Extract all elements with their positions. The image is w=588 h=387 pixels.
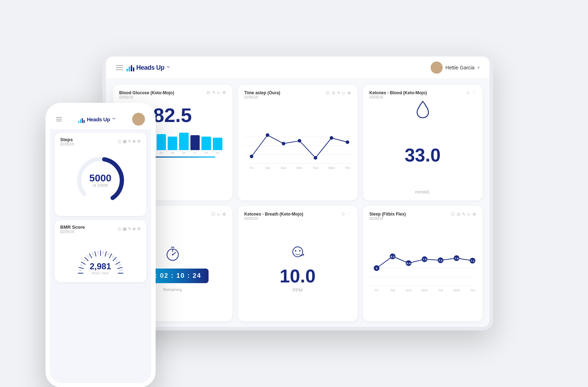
svg-text:18: 18 xyxy=(329,133,333,137)
svg-line-71 xyxy=(105,251,106,256)
tablet-header: Heads Up ™ Hettie Garcia ▾ xyxy=(106,57,490,79)
user-menu[interactable]: Hettie Garcia ▾ xyxy=(431,62,480,74)
steps-circle-text: 5000 of 10000 xyxy=(89,173,111,187)
sleep-title: Sleep (Fitbix Flex) xyxy=(369,212,406,217)
play-icon[interactable]: ▷ xyxy=(217,212,220,217)
svg-line-66 xyxy=(81,262,85,265)
sleep-svg: 5 8.3 6.4 7.5 7.2 7.8 7.1 Fri Sat Sun Mo… xyxy=(369,224,476,316)
svg-line-88 xyxy=(119,270,123,270)
app-trademark: ™ xyxy=(167,66,170,69)
phone-bmr-card: BMR Score 02/05/19 ⓘ ▦ ✎ ⊕ ⚙ xyxy=(55,220,146,282)
card-icons: ⓘ ▷ ⚙ xyxy=(211,212,226,217)
bmr-unit: KCAL / DAY xyxy=(90,271,111,275)
bar-item: 06 xyxy=(179,129,189,154)
svg-text:6.4: 6.4 xyxy=(406,261,411,265)
card-header: Ketones - Blood (Keto-Mojo) 02/05/19 ▷ ⋮ xyxy=(369,90,476,99)
tablet-header-left: Heads Up ™ xyxy=(116,64,170,71)
ketones-breath-title: Ketones - Breath (Keto-Mojo) xyxy=(244,212,303,217)
play-icon[interactable]: ▷ xyxy=(342,91,345,95)
bar-label: 04 xyxy=(160,151,163,154)
image-icon[interactable]: ⊡ xyxy=(332,91,335,95)
edit-icon[interactable]: ✎ xyxy=(128,139,131,144)
blood-glucose-value: 82.5 xyxy=(153,104,192,127)
svg-line-77 xyxy=(78,270,81,270)
add-icon[interactable]: ⊕ xyxy=(133,227,136,232)
info-icon[interactable]: ⓘ xyxy=(326,90,330,96)
edit-icon[interactable]: ✎ xyxy=(128,227,131,232)
svg-line-86 xyxy=(115,259,118,261)
logo-bars-icon xyxy=(126,64,134,71)
hamburger-icon[interactable] xyxy=(116,65,123,70)
card-header: Sleep (Fitbix Flex) 02/05/19 ⓘ ⊡ ✎ ▷ ⚙ xyxy=(369,212,476,221)
drop-icon xyxy=(416,101,430,121)
card-icons: ⊡ ✎ ▷ ⚙ xyxy=(207,90,226,95)
svg-line-84 xyxy=(108,253,109,255)
more-icon[interactable]: ⋮ xyxy=(472,90,476,95)
blood-glucose-title: Blood Glucose (Keto-Mojo) xyxy=(119,90,174,95)
play-icon[interactable]: ▷ xyxy=(342,212,345,216)
svg-text:8.3: 8.3 xyxy=(390,255,395,258)
app-name: Heads Up xyxy=(136,64,164,71)
sleep-date: 02/05/19 xyxy=(369,217,406,221)
svg-line-67 xyxy=(85,257,88,261)
settings-icon[interactable]: ⚙ xyxy=(137,139,141,144)
card-title-block: Ketones - Blood (Keto-Mojo) 02/05/19 xyxy=(369,90,427,99)
edit-icon[interactable]: ✎ xyxy=(462,212,465,217)
card-header: Blood Glucose (Keto-Mojo) 02/05/19 ⊡ ✎ ▷… xyxy=(119,90,226,99)
svg-line-81 xyxy=(92,253,93,255)
chart-icon[interactable]: ▦ xyxy=(123,139,126,144)
svg-text:4: 4 xyxy=(314,153,316,157)
phone-avatar xyxy=(132,113,145,126)
settings-icon[interactable]: ⚙ xyxy=(347,91,351,95)
card-icons: ▷ ⋮ xyxy=(467,90,476,95)
card-icons: ⓘ ⊡ ✎ ▷ ⚙ xyxy=(451,212,476,217)
steps-title-block: Steps 02/05/19 xyxy=(60,137,74,146)
svg-text:7.8: 7.8 xyxy=(454,256,459,260)
settings-icon[interactable]: ⚙ xyxy=(473,212,476,217)
svg-line-69 xyxy=(95,251,96,256)
sleep-chart: 5 8.3 6.4 7.5 7.2 7.8 7.1 Fri Sat Sun Mo… xyxy=(369,224,476,316)
steps-goal: of 10000 xyxy=(89,183,111,187)
image-icon[interactable]: ⊡ xyxy=(207,90,210,95)
play-icon[interactable]: ▷ xyxy=(467,90,470,95)
ketones-blood-card: Ketones - Blood (Keto-Mojo) 02/05/19 ▷ ⋮ xyxy=(363,85,482,200)
play-icon[interactable]: ▷ xyxy=(217,90,220,95)
time-asleep-card: Time aslep (Oura) 02/05/19 ⓘ ⊡ ✎ ▷ ⚙ xyxy=(238,85,357,200)
edit-icon[interactable]: ✎ xyxy=(337,91,340,95)
more-icon[interactable]: ⋮ xyxy=(347,212,351,216)
info-icon[interactable]: ⓘ xyxy=(451,212,455,217)
svg-text:5: 5 xyxy=(376,266,377,270)
settings-icon[interactable]: ⚙ xyxy=(222,212,226,217)
settings-icon[interactable]: ⚙ xyxy=(222,90,226,95)
svg-line-82 xyxy=(98,251,98,254)
breath-content: 10.0 PPM xyxy=(244,222,351,316)
svg-text:Sun: Sun xyxy=(280,166,286,170)
user-name: Hettie Garcia xyxy=(446,65,475,70)
logo: Heads Up ™ xyxy=(126,64,170,71)
svg-point-7 xyxy=(266,133,269,137)
add-icon[interactable]: ⊕ xyxy=(133,139,136,144)
bmr-gauge: 2,981 KCAL / DAY xyxy=(69,239,133,275)
svg-text:14: 14 xyxy=(281,139,285,142)
svg-point-34 xyxy=(299,250,301,251)
time-asleep-chart: 5 20 14 16 4 18 15 Fri Sat Sun Mon xyxy=(244,101,351,195)
bar-fill xyxy=(157,134,166,150)
play-icon[interactable]: ▷ xyxy=(468,212,470,217)
phone-hamburger-icon[interactable] xyxy=(56,117,62,121)
edit-icon[interactable]: ✎ xyxy=(212,90,215,95)
svg-text:Sun: Sun xyxy=(405,288,411,292)
image-icon[interactable]: ⊡ xyxy=(457,212,460,217)
info-icon[interactable]: ⓘ xyxy=(118,139,122,144)
ketones-breath-unit: PPM xyxy=(292,287,302,293)
settings-icon[interactable]: ⚙ xyxy=(137,227,141,232)
ketones-blood-value: 33.0 xyxy=(405,146,441,164)
info-icon[interactable]: ⓘ xyxy=(211,212,215,217)
chart-icon[interactable]: ▦ xyxy=(123,227,126,232)
svg-line-78 xyxy=(80,264,83,266)
svg-text:Mon: Mon xyxy=(421,288,428,292)
info-icon[interactable]: ⓘ xyxy=(118,227,122,232)
phone-logo: Heads Up ™ xyxy=(78,115,115,123)
bar-label: 07 xyxy=(193,151,196,154)
bar-item: 08 xyxy=(201,129,211,154)
svg-line-87 xyxy=(118,264,121,266)
